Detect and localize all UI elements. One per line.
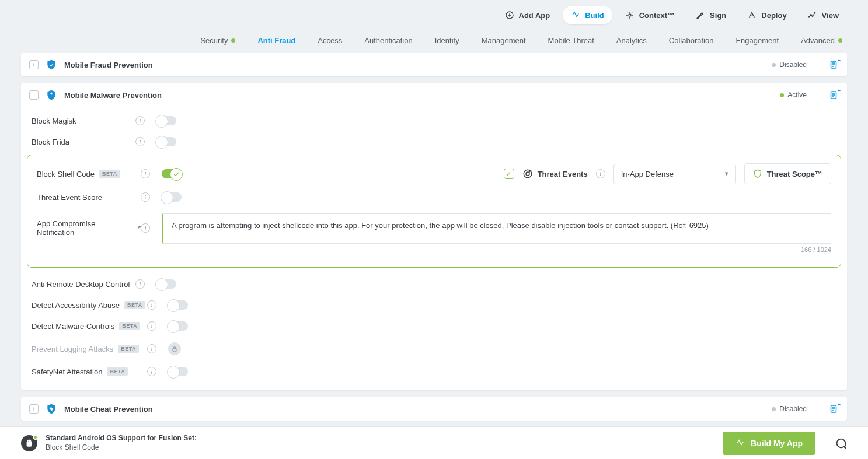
info-icon[interactable]: i [135, 137, 145, 146]
toggle-block-shell-code[interactable] [162, 169, 182, 178]
status-dot-icon [33, 435, 38, 440]
tab-collaboration-label: Collaboration [669, 36, 714, 45]
tab-anti-fraud[interactable]: Anti Fraud [257, 36, 295, 45]
tab-analytics[interactable]: Analytics [616, 36, 647, 45]
footer-bar: Standard Android OS Support for Fusion S… [0, 426, 868, 459]
info-icon[interactable]: i [147, 300, 156, 310]
option-label-text: Detect Accessibility Abuse [32, 301, 120, 310]
svg-point-1 [629, 14, 631, 16]
tab-identity[interactable]: Identity [435, 36, 459, 45]
context-button[interactable]: Context™ [617, 6, 683, 24]
notification-text-value: A program is attempting to inject shellc… [172, 221, 709, 230]
info-icon[interactable]: i [147, 321, 156, 331]
beta-badge: BETA [99, 170, 120, 178]
panel-title: Mobile Fraud Prevention [64, 61, 153, 69]
option-label: Block Frida [32, 138, 125, 146]
expand-toggle[interactable]: + [29, 60, 39, 69]
toggle-block-magisk[interactable] [156, 116, 176, 125]
option-label: SafetyNet Attestation BETA [32, 367, 128, 376]
option-label-text: Detect Malware Controls [32, 322, 114, 331]
tab-collaboration[interactable]: Collaboration [669, 36, 714, 45]
notification-textarea[interactable]: A program is attempting to inject shellc… [162, 213, 831, 244]
status-dot-icon [838, 38, 842, 43]
info-icon[interactable]: i [147, 367, 156, 376]
expand-toggle[interactable]: + [29, 404, 39, 414]
svg-point-5 [814, 12, 815, 13]
tab-authentication[interactable]: Authentication [364, 36, 412, 45]
toggle-block-frida[interactable] [156, 137, 176, 146]
info-icon[interactable]: i [147, 344, 156, 353]
copy-config-button[interactable]: + [828, 59, 839, 70]
option-block-shell-code-expanded: Block Shell Code BETA i ✓ Threat Events … [27, 155, 841, 268]
info-icon[interactable]: i [135, 279, 145, 289]
info-icon[interactable]: i [141, 192, 150, 202]
tab-management[interactable]: Management [482, 36, 526, 45]
defense-mode-value: In-App Defense [621, 170, 674, 178]
deploy-label: Deploy [761, 11, 786, 20]
beta-badge: BETA [118, 345, 139, 353]
svg-rect-10 [173, 349, 176, 352]
status-dot-icon [772, 63, 776, 67]
build-my-app-button[interactable]: Build My App [723, 432, 815, 455]
toggle-threat-event-score[interactable] [162, 192, 182, 202]
deploy-button[interactable]: Deploy [739, 6, 794, 24]
threat-scope-label: Threat Scope™ [767, 170, 822, 178]
chat-button[interactable] [834, 437, 847, 450]
tab-access[interactable]: Access [318, 36, 342, 45]
tab-anti-fraud-label: Anti Fraud [257, 36, 295, 45]
top-toolbar: Add App Build Context™ Sign Deploy View [0, 0, 868, 28]
option-label: Threat Event Score [37, 193, 130, 202]
copy-config-button[interactable]: + [828, 90, 839, 100]
info-icon[interactable]: i [141, 223, 150, 233]
info-icon[interactable]: i [141, 169, 150, 178]
toggle-safetynet-attestation[interactable] [168, 367, 188, 376]
option-label-text: Prevent Logging Attacks [32, 345, 113, 353]
tab-advanced[interactable]: Advanced [801, 36, 842, 45]
toggle-detect-accessibility-abuse[interactable] [168, 300, 188, 310]
defense-mode-select[interactable]: In-App Defense [613, 164, 736, 184]
tab-security[interactable]: Security [200, 36, 235, 45]
option-app-compromise-notification: App Compromise Notification* i A program… [32, 208, 836, 259]
add-app-label: Add App [519, 11, 550, 20]
tab-access-label: Access [318, 36, 342, 45]
sign-icon [696, 10, 705, 20]
status-text: Disabled [779, 405, 807, 413]
option-safetynet-attestation: SafetyNet Attestation BETA i [21, 361, 847, 382]
context-icon [625, 10, 635, 20]
add-app-button[interactable]: Add App [497, 6, 559, 24]
build-button-label: Build My App [751, 439, 803, 448]
toggle-detect-malware-controls[interactable] [168, 321, 188, 331]
threat-events-text: Threat Events [538, 170, 588, 178]
status-badge: Disabled [772, 61, 814, 69]
tab-engagement-label: Engagement [735, 36, 779, 45]
info-icon[interactable]: i [596, 169, 605, 178]
info-icon[interactable]: i [135, 116, 145, 125]
status-dot-icon [231, 38, 235, 43]
option-label-text: App Compromise Notification [37, 219, 132, 237]
panel-title: Mobile Malware Prevention [64, 91, 162, 100]
option-label: Anti Remote Desktop Control [32, 280, 130, 289]
threat-events-checkbox[interactable]: ✓ [504, 169, 514, 179]
footer-text: Standard Android OS Support for Fusion S… [46, 434, 197, 452]
sign-label: Sign [710, 11, 726, 20]
option-label: App Compromise Notification* [37, 219, 141, 237]
option-label: Detect Malware Controls BETA [32, 322, 140, 331]
status-text: Disabled [779, 61, 807, 69]
sign-button[interactable]: Sign [688, 6, 734, 24]
target-icon [522, 169, 533, 179]
tab-engagement[interactable]: Engagement [735, 36, 779, 45]
view-button[interactable]: View [800, 6, 847, 24]
copy-config-button[interactable]: + [828, 404, 839, 414]
android-icon [21, 435, 37, 451]
toggle-anti-remote-desktop[interactable] [156, 279, 176, 289]
build-tab-button[interactable]: Build [563, 6, 612, 24]
tab-mobile-threat[interactable]: Mobile Threat [548, 36, 594, 45]
svg-point-4 [812, 16, 813, 16]
svg-point-3 [810, 15, 811, 15]
tab-advanced-label: Advanced [801, 36, 835, 45]
tab-identity-label: Identity [435, 36, 459, 45]
option-threat-event-score: Threat Event Score i [32, 187, 836, 208]
collapse-toggle[interactable]: – [29, 90, 39, 100]
threat-scope-button[interactable]: Threat Scope™ [744, 163, 831, 184]
tab-authentication-label: Authentication [364, 36, 412, 45]
